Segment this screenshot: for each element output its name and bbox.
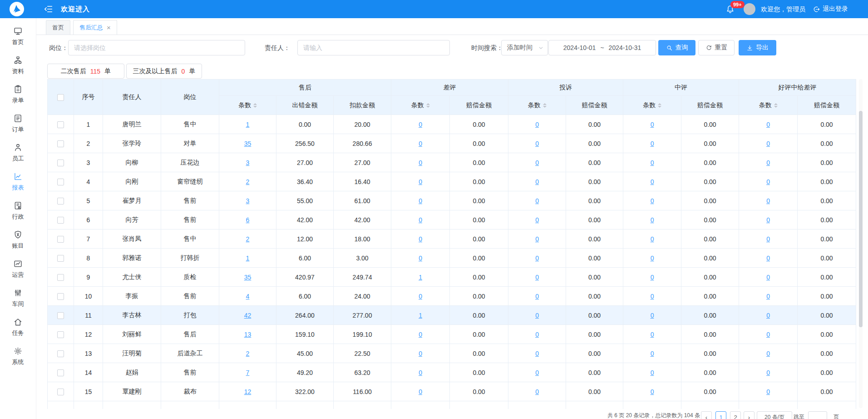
- count-link[interactable]: 0: [419, 235, 422, 243]
- count-link[interactable]: 0: [419, 254, 422, 262]
- count-link[interactable]: 0: [766, 178, 770, 185]
- count-link[interactable]: 0: [419, 369, 422, 376]
- count-link[interactable]: 35: [244, 140, 252, 147]
- count-link[interactable]: 42: [244, 312, 252, 319]
- count-link[interactable]: 0: [651, 369, 654, 376]
- count-link[interactable]: 0: [766, 388, 770, 395]
- count-link[interactable]: 0: [766, 331, 770, 338]
- row-checkbox[interactable]: [57, 293, 64, 300]
- count-link[interactable]: 0: [766, 274, 770, 281]
- row-checkbox[interactable]: [57, 140, 64, 147]
- sidebar-item-staff[interactable]: 员工: [0, 138, 36, 167]
- count-link[interactable]: 0: [535, 331, 539, 338]
- row-checkbox[interactable]: [57, 369, 64, 376]
- count-link[interactable]: 1: [246, 254, 250, 262]
- col-header-count-sortable[interactable]: 条数: [739, 96, 798, 115]
- count-link[interactable]: 0: [651, 178, 654, 185]
- logout-button[interactable]: 退出登录: [813, 0, 848, 18]
- sidebar-item-accounts[interactable]: 账目: [0, 225, 36, 254]
- person-filter-input[interactable]: [297, 40, 450, 55]
- row-checkbox[interactable]: [57, 160, 64, 166]
- count-link[interactable]: 0: [535, 369, 539, 376]
- sort-carets-icon[interactable]: [253, 103, 257, 108]
- count-link[interactable]: 0: [766, 159, 770, 166]
- count-link[interactable]: 0: [535, 274, 539, 281]
- row-checkbox[interactable]: [57, 389, 64, 395]
- subtab-third-plus-aftersales[interactable]: 三次及以上售后 0 单: [126, 64, 202, 79]
- export-button[interactable]: 导出: [739, 40, 776, 55]
- count-link[interactable]: 0: [651, 121, 654, 128]
- reset-button[interactable]: 重置: [698, 40, 735, 55]
- sidebar-item-workshop[interactable]: 车间: [0, 284, 36, 313]
- count-link[interactable]: 0: [419, 140, 422, 147]
- count-link[interactable]: 0: [535, 140, 539, 147]
- page-jump-input[interactable]: [808, 411, 827, 419]
- count-link[interactable]: 7: [246, 369, 250, 376]
- next-page-button[interactable]: ›: [744, 411, 755, 419]
- sort-carets-icon[interactable]: [543, 103, 547, 108]
- page-size-select[interactable]: 20 条/页: [757, 411, 792, 419]
- count-link[interactable]: 2: [246, 178, 250, 185]
- count-link[interactable]: 0: [766, 197, 770, 205]
- prev-page-button[interactable]: ‹: [701, 411, 712, 419]
- count-link[interactable]: 0: [766, 140, 770, 147]
- user-avatar[interactable]: [744, 3, 755, 15]
- count-link[interactable]: 0: [419, 293, 422, 300]
- count-link[interactable]: 0: [766, 350, 770, 357]
- count-link[interactable]: 1: [246, 121, 250, 128]
- count-link[interactable]: 0: [535, 293, 539, 300]
- select-all-checkbox[interactable]: [57, 94, 64, 101]
- count-link[interactable]: 0: [535, 254, 539, 262]
- count-link[interactable]: 0: [651, 159, 654, 166]
- count-link[interactable]: 2: [246, 350, 250, 357]
- row-checkbox[interactable]: [57, 179, 64, 185]
- count-link[interactable]: 0: [651, 388, 654, 395]
- vertical-scrollbar-thumb[interactable]: [859, 111, 863, 327]
- close-icon[interactable]: ×: [107, 24, 111, 31]
- sidebar-item-orders[interactable]: 订单: [0, 109, 36, 138]
- sidebar-item-tasks[interactable]: 任务: [0, 313, 36, 342]
- count-link[interactable]: 0: [651, 140, 654, 147]
- count-link[interactable]: 0: [766, 254, 770, 262]
- count-link[interactable]: 35: [244, 274, 252, 281]
- count-link[interactable]: 0: [651, 235, 654, 243]
- count-link[interactable]: 0: [766, 312, 770, 319]
- nav-tab-aftersales-summary[interactable]: 售后汇总 ×: [73, 20, 117, 35]
- count-link[interactable]: 0: [419, 388, 422, 395]
- count-link[interactable]: 0: [766, 369, 770, 376]
- sort-carets-icon[interactable]: [658, 103, 661, 108]
- count-link[interactable]: 0: [535, 159, 539, 166]
- count-link[interactable]: 0: [535, 235, 539, 243]
- col-header-count-sortable[interactable]: 条数: [219, 96, 276, 115]
- count-link[interactable]: 0: [419, 178, 422, 185]
- row-checkbox[interactable]: [57, 121, 64, 128]
- row-checkbox[interactable]: [57, 217, 64, 224]
- col-header-count-sortable[interactable]: 条数: [623, 96, 681, 115]
- col-header-count-sortable[interactable]: 条数: [391, 96, 450, 115]
- count-link[interactable]: 0: [419, 197, 422, 205]
- count-link[interactable]: 0: [535, 197, 539, 205]
- count-link[interactable]: 0: [419, 350, 422, 357]
- time-type-select[interactable]: 添加时间: [501, 40, 548, 55]
- count-link[interactable]: 0: [766, 235, 770, 243]
- sidebar-item-entry[interactable]: 录单: [0, 80, 36, 109]
- count-link[interactable]: 0: [419, 159, 422, 166]
- nav-tab-home[interactable]: 首页: [46, 20, 70, 35]
- post-filter-input[interactable]: [68, 40, 245, 55]
- count-link[interactable]: 0: [651, 331, 654, 338]
- count-link[interactable]: 13: [244, 331, 252, 338]
- sort-carets-icon[interactable]: [774, 103, 778, 108]
- sidebar-item-operations[interactable]: 运营: [0, 254, 36, 284]
- count-link[interactable]: 1: [419, 274, 422, 281]
- count-link[interactable]: 0: [419, 331, 422, 338]
- count-link[interactable]: 0: [651, 274, 654, 281]
- count-link[interactable]: 0: [766, 293, 770, 300]
- count-link[interactable]: 0: [766, 121, 770, 128]
- count-link[interactable]: 0: [651, 293, 654, 300]
- subtab-second-aftersales[interactable]: 二次售后 115 单: [47, 64, 124, 79]
- sidebar-item-system[interactable]: 系统: [0, 342, 36, 371]
- count-link[interactable]: 0: [651, 216, 654, 224]
- row-checkbox[interactable]: [57, 236, 64, 243]
- count-link[interactable]: 0: [535, 350, 539, 357]
- count-link[interactable]: 3: [246, 197, 250, 205]
